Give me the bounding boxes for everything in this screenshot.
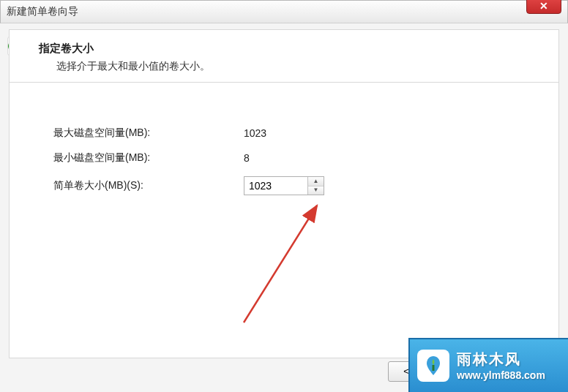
- form-area: 最大磁盘空间量(MB): 1023 最小磁盘空间量(MB): 8 简单卷大小(M…: [10, 83, 558, 222]
- watermark-text-block: 雨林木风 www.ylmf888.com: [457, 350, 545, 382]
- chevron-down-icon: ▼: [313, 187, 319, 193]
- max-space-value: 1023: [244, 127, 346, 139]
- spinner-buttons: ▲ ▼: [307, 177, 324, 195]
- volume-size-input[interactable]: [244, 177, 307, 195]
- min-space-value: 8: [244, 152, 346, 164]
- spinner-up-button[interactable]: ▲: [308, 177, 324, 186]
- watermark-banner: 雨林木风 www.ylmf888.com: [408, 338, 568, 392]
- volume-size-row: 简单卷大小(MB)(S): ▲ ▼: [53, 176, 515, 195]
- max-space-label: 最大磁盘空间量(MB):: [53, 127, 244, 140]
- watermark-logo-icon: [417, 350, 449, 382]
- close-button[interactable]: ✕: [526, 0, 561, 14]
- svg-rect-2: [433, 365, 435, 371]
- volume-size-spinner[interactable]: ▲ ▼: [244, 176, 324, 195]
- min-space-row: 最小磁盘空间量(MB): 8: [53, 151, 515, 165]
- volume-size-label: 简单卷大小(MB)(S):: [53, 179, 244, 192]
- page-title: 指定卷大小: [39, 42, 541, 56]
- max-space-row: 最大磁盘空间量(MB): 1023: [53, 127, 515, 140]
- chevron-up-icon: ▲: [313, 178, 319, 184]
- watermark-title: 雨林木风: [457, 350, 545, 369]
- close-icon: ✕: [539, 0, 548, 12]
- titlebar: 新建简单卷向导 ✕: [0, 0, 568, 23]
- window-title: 新建简单卷向导: [7, 5, 78, 18]
- window-frame: 新建简单卷向导 ✕ 121 下载站 指定卷大小 选择介于最大和最小值的卷大小。 …: [0, 0, 568, 392]
- spinner-down-button[interactable]: ▼: [308, 186, 324, 195]
- watermark-url: www.ylmf888.com: [457, 369, 545, 382]
- min-space-label: 最小磁盘空间量(MB):: [53, 151, 244, 165]
- wizard-header: 指定卷大小 选择介于最大和最小值的卷大小。: [10, 30, 558, 83]
- wizard-content: 指定卷大小 选择介于最大和最小值的卷大小。 最大磁盘空间量(MB): 1023 …: [9, 29, 559, 358]
- svg-line-1: [244, 206, 317, 323]
- page-subtitle: 选择介于最大和最小值的卷大小。: [56, 60, 541, 73]
